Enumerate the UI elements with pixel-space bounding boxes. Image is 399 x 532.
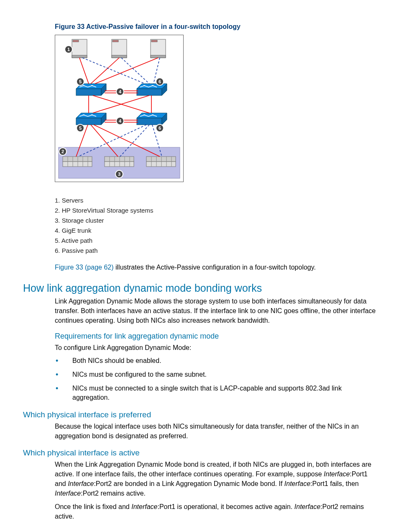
svg-rect-20 bbox=[76, 118, 101, 125]
req-intro: To configure Link Aggregation Dynamic Mo… bbox=[55, 343, 378, 353]
svg-text:3: 3 bbox=[118, 172, 120, 177]
svg-rect-6 bbox=[112, 55, 127, 58]
svg-line-53 bbox=[95, 58, 158, 84]
figure-cross-ref-link[interactable]: Figure 33 (page 62) bbox=[55, 264, 114, 271]
badge-2: 2 bbox=[59, 148, 66, 155]
passive-paths bbox=[78, 58, 162, 157]
page: Figure 33 Active-Passive failover in a f… bbox=[0, 0, 399, 532]
subsection-heading: Which physical interface is preferred bbox=[23, 410, 378, 419]
badge-1: 1 bbox=[65, 46, 72, 53]
requirements-list: Both NICs should be enabled. NICs must b… bbox=[55, 356, 378, 403]
svg-text:2: 2 bbox=[61, 149, 64, 154]
list-item: NICs must be configured to the same subn… bbox=[55, 370, 378, 380]
svg-rect-5 bbox=[113, 40, 118, 42]
badge-5b: 5 bbox=[77, 124, 84, 132]
list-item: NICs must be connected to a single switc… bbox=[55, 384, 378, 403]
legend-item: 1. Servers bbox=[55, 197, 378, 204]
svg-rect-9 bbox=[151, 55, 166, 58]
badge-6a: 6 bbox=[156, 78, 164, 85]
svg-rect-4 bbox=[112, 39, 127, 58]
badge-3: 3 bbox=[115, 170, 123, 178]
section-paragraph: Link Aggregation Dynamic Mode allows the… bbox=[55, 297, 378, 325]
list-item: Both NICs should be enabled. bbox=[55, 356, 378, 366]
legend-item: 3. Storage cluster bbox=[55, 217, 378, 224]
figure-ref-text: illustrates the Active-Passive configura… bbox=[114, 264, 316, 271]
svg-text:5: 5 bbox=[79, 126, 82, 131]
topology-diagram: 1 5 6 4 4 5 6 2 3 bbox=[55, 35, 184, 182]
subsection-heading: Requirements for link aggregation dynami… bbox=[55, 332, 378, 341]
svg-text:6: 6 bbox=[159, 79, 161, 84]
svg-text:1: 1 bbox=[67, 47, 70, 52]
active-paragraph-1: When the Link Aggregation Dynamic Mode b… bbox=[55, 460, 378, 498]
svg-text:6: 6 bbox=[159, 126, 161, 131]
badge-6b: 6 bbox=[156, 124, 164, 132]
pref-paragraph: Because the logical interface uses both … bbox=[55, 422, 378, 441]
legend-item: 5. Active path bbox=[55, 237, 378, 244]
svg-rect-8 bbox=[151, 40, 157, 42]
subsection-heading: Which physical interface is active bbox=[23, 448, 378, 457]
svg-rect-1 bbox=[72, 39, 87, 58]
storage-systems bbox=[63, 157, 176, 167]
svg-rect-7 bbox=[151, 39, 166, 58]
badge-4a: 4 bbox=[116, 88, 124, 95]
figure-caption: Figure 33 Active-Passive failover in a f… bbox=[55, 23, 378, 31]
figure-legend: 1. Servers 2. HP StoreVirtual Storage sy… bbox=[55, 197, 378, 254]
figure-reference-paragraph: Figure 33 (page 62) illustrates the Acti… bbox=[55, 262, 378, 272]
active-paragraph-2: Once the link is fixed and Interface:Por… bbox=[55, 502, 378, 521]
svg-rect-3 bbox=[72, 55, 87, 58]
badge-4b: 4 bbox=[116, 117, 124, 125]
legend-item: 2. HP StoreVirtual Storage systems bbox=[55, 207, 378, 214]
svg-text:4: 4 bbox=[119, 89, 122, 94]
legend-item: 4. GigE trunk bbox=[55, 227, 378, 234]
svg-rect-2 bbox=[73, 40, 79, 42]
svg-text:4: 4 bbox=[119, 118, 122, 123]
legend-item: 6. Passive path bbox=[55, 247, 378, 254]
svg-rect-15 bbox=[137, 89, 162, 95]
svg-rect-25 bbox=[137, 118, 162, 125]
servers bbox=[72, 39, 166, 58]
svg-text:5: 5 bbox=[79, 79, 82, 84]
section-heading: How link aggregation dynamic mode bondin… bbox=[23, 282, 378, 294]
badge-5a: 5 bbox=[77, 78, 84, 85]
svg-rect-10 bbox=[76, 89, 101, 95]
